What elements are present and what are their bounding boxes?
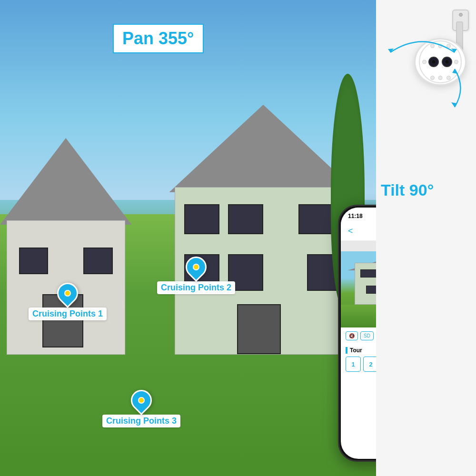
pin-icon-2 xyxy=(186,255,207,279)
screw-top xyxy=(459,13,463,17)
led-8 xyxy=(454,60,458,64)
phone-nav-bar: < Camera ⚙ xyxy=(341,222,376,241)
pin-circle-1 xyxy=(53,278,82,308)
photo-area: Pan 355° Cruising Points 1 Cruising Poin… xyxy=(0,0,376,476)
phone-video-feed xyxy=(341,251,376,327)
pan-label: Pan 355° xyxy=(113,24,204,53)
led-7 xyxy=(422,60,426,64)
tour-point-1-button[interactable]: 1 xyxy=(346,357,361,372)
phone-controls-bar: 🔇 SD AUTO ⚡ 📷 xyxy=(341,327,376,344)
lens-left xyxy=(428,57,439,67)
phone-tour-buttons: 1 2 3 Start tour xyxy=(346,357,376,372)
right-panel: Tilt 90° xyxy=(376,0,476,476)
phone-mockup: 11:18 ▌▌▌ 4G 🔋 < Camera ⚙ 28.74KB/s xyxy=(338,205,376,462)
tour-bar-decoration xyxy=(346,347,347,354)
pin-inner-2 xyxy=(193,264,199,270)
phone-screen: 11:18 ▌▌▌ 4G 🔋 < Camera ⚙ 28.74KB/s xyxy=(341,208,376,459)
pin-inner-3 xyxy=(138,397,145,404)
house-left-roof xyxy=(0,138,132,225)
tour-title: Tour xyxy=(350,347,362,354)
main-container: Pan 355° Cruising Points 1 Cruising Poin… xyxy=(0,0,476,476)
phone-time: 11:18 xyxy=(348,213,363,219)
cruising-point-3-pin: Cruising Points 3 xyxy=(102,388,180,427)
cruising-point-2-pin: Cruising Points 2 xyxy=(157,255,235,294)
pin-label-3: Cruising Points 3 xyxy=(102,415,180,427)
lens-right-inner xyxy=(445,60,449,64)
pin-icon-3 xyxy=(131,388,152,413)
phone-tour-section: Tour 1 2 3 Start tour xyxy=(341,344,376,375)
tilt-label: Tilt 90° xyxy=(381,181,471,199)
pin-label-2: Cruising Points 2 xyxy=(157,281,235,294)
pin-inner-1 xyxy=(64,290,71,297)
lens-left-inner xyxy=(431,60,436,64)
tour-point-2-button[interactable]: 2 xyxy=(363,357,376,372)
phone-sd-button[interactable]: SD xyxy=(360,331,374,340)
pin-circle-3 xyxy=(127,386,156,415)
led-5 xyxy=(430,76,435,80)
phone-back-button[interactable]: < xyxy=(348,226,353,236)
pan-arc-svg xyxy=(381,29,464,57)
tilt-arc-svg xyxy=(438,64,471,112)
phone-speed-bar: 28.74KB/s xyxy=(341,241,376,251)
phone-tour-label: Tour xyxy=(346,347,376,354)
camera-illustration xyxy=(386,7,474,112)
phone-status-bar: 11:18 ▌▌▌ 4G 🔋 xyxy=(341,208,376,222)
svg-marker-3 xyxy=(452,69,458,74)
phone-mute-button[interactable]: 🔇 xyxy=(346,331,358,340)
pin-label-1: Cruising Points 1 xyxy=(29,307,107,320)
pin-icon-1 xyxy=(57,281,78,306)
cruising-point-1-pin: Cruising Points 1 xyxy=(29,281,107,320)
phone-video-house-wall xyxy=(355,263,376,305)
house-left xyxy=(0,138,132,355)
pin-circle-2 xyxy=(181,252,211,282)
